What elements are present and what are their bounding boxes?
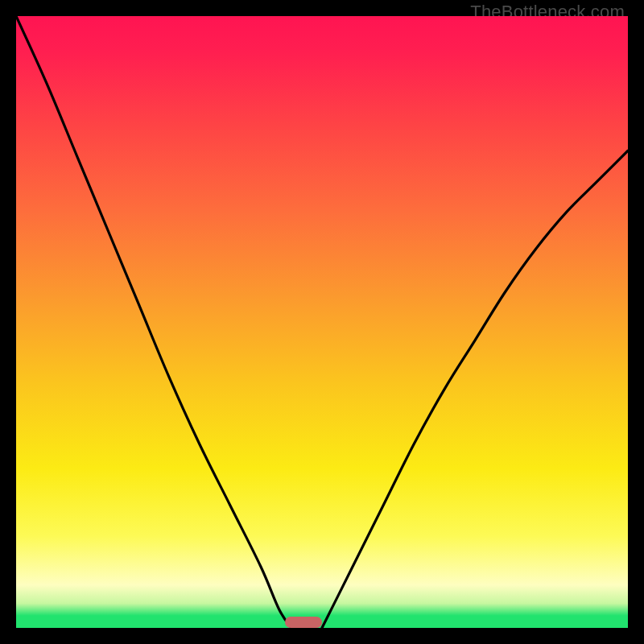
- chart-curves-layer: [16, 16, 628, 628]
- right-bottleneck-curve: [322, 151, 628, 628]
- left-bottleneck-curve: [16, 16, 291, 628]
- bottleneck-marker: [285, 617, 322, 628]
- chart-frame: [16, 16, 628, 628]
